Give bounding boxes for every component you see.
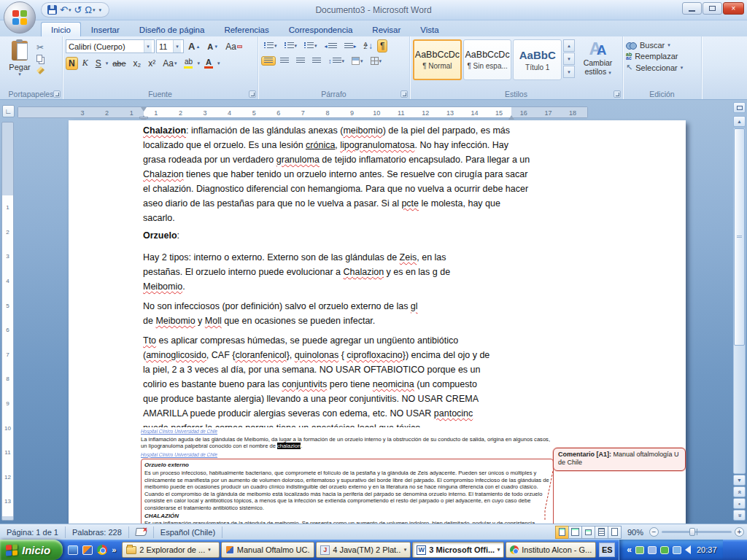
taskbar-button-manual-oftalmo[interactable]: Manual Oftalmo UC... — [221, 542, 314, 558]
style-titulo-1[interactable]: AaBbC Título 1 — [513, 39, 562, 80]
display-icon[interactable] — [648, 546, 657, 554]
taskbar-button-word[interactable]: W 3 Microsoft Offi... ▾ — [412, 542, 504, 558]
show-desktop-icon[interactable] — [68, 545, 78, 555]
align-right-button[interactable] — [293, 56, 308, 66]
underline-button[interactable]: S — [93, 57, 104, 70]
find-button[interactable]: Buscar▾ — [626, 41, 698, 50]
subscript-button[interactable]: x₂ — [131, 57, 144, 70]
taskbar-button-explorer[interactable]: 2 Explorador de ... ▾ — [122, 542, 220, 558]
taskbar-button-java[interactable]: J 4 Java(TM) 2 Plat... ▾ — [316, 542, 411, 558]
comment-balloon[interactable]: Comentario [A1]: Manual oftalmología U d… — [553, 448, 686, 471]
font-size-combo[interactable]: 11 ▾ — [156, 39, 184, 53]
ruler-toggle-button[interactable] — [733, 102, 746, 113]
align-left-button[interactable] — [261, 56, 276, 66]
format-painter-button[interactable] — [36, 66, 44, 74]
show-paragraph-marks-button[interactable]: ¶ — [377, 39, 387, 52]
font-color-button[interactable]: A — [201, 57, 216, 70]
document-text[interactable]: Chalazion: inflamación de las glándulas … — [143, 123, 531, 435]
scrollbar-thumb[interactable] — [734, 128, 745, 346]
font-color-dropdown-icon[interactable]: ▾ — [217, 61, 220, 66]
clipboard-dialog-launcher[interactable] — [53, 90, 61, 98]
page-count-status[interactable]: Página: 1 de 1 — [0, 526, 66, 538]
numbering-button[interactable]: ▾ — [282, 41, 301, 51]
vertical-scrollbar[interactable]: ▲ ▼ « ● « — [733, 102, 746, 521]
select-browse-object-button[interactable]: ● — [733, 498, 746, 509]
tab-correspondencia[interactable]: Correspondencia — [279, 23, 363, 36]
strikethrough-button[interactable]: abe — [109, 58, 128, 69]
tab-referencias[interactable]: Referencias — [214, 23, 278, 36]
clear-formatting-button[interactable]: Aa — [222, 40, 245, 53]
font-size-dropdown-icon[interactable]: ▾ — [173, 40, 181, 52]
styles-more-button[interactable]: ▼ — [563, 66, 575, 78]
snippet-source-link-2[interactable]: Hospital Clínico Universidad de Chile — [141, 451, 554, 459]
styles-scroll-up-button[interactable]: ▲ — [563, 39, 575, 52]
horizontal-ruler[interactable]: 321 123456789101112131415 161718 — [18, 106, 588, 118]
decrease-indent-button[interactable]: ◂ — [322, 42, 340, 51]
highlight-button[interactable]: ab — [181, 57, 196, 70]
styles-scroll-down-button[interactable]: ▼ — [563, 52, 575, 65]
tab-diseno-de-pagina[interactable]: Diseño de página — [130, 23, 214, 36]
italic-button[interactable]: K — [80, 56, 91, 70]
change-styles-button[interactable]: AA Cambiar estilos ▾ — [576, 39, 619, 77]
taskbar-button-chrome[interactable]: Instituto Alcon - G... — [506, 542, 596, 558]
language-status[interactable]: Español (Chile) — [154, 526, 222, 538]
power-icon[interactable] — [660, 546, 669, 554]
minimize-button[interactable] — [682, 2, 702, 15]
left-indent-marker[interactable] — [139, 117, 148, 119]
increase-indent-button[interactable]: ▸ — [341, 42, 360, 51]
language-bar[interactable]: ES — [599, 542, 615, 557]
word-count-status[interactable]: Palabras: 228 — [66, 526, 129, 538]
outline-view-button[interactable] — [595, 526, 608, 539]
change-case-button[interactable]: Aa▾ — [160, 57, 179, 70]
multilevel-list-button[interactable]: ▾ — [301, 41, 320, 51]
document-page[interactable]: Chalazion: inflamación de las glándulas … — [69, 120, 686, 524]
volume-icon[interactable] — [685, 545, 691, 554]
vertical-ruler[interactable]: 12345678910111213 — [1, 122, 14, 521]
grow-font-button[interactable]: A▲ — [185, 39, 203, 53]
paste-dropdown-icon[interactable]: ▾ — [18, 71, 21, 77]
zoom-level[interactable]: 90% — [627, 528, 643, 537]
fullscreen-reading-view-button[interactable] — [568, 526, 582, 539]
web-layout-view-button[interactable] — [581, 526, 595, 539]
cut-button[interactable]: ✂ — [36, 42, 45, 52]
style-sin-espaciado[interactable]: AaBbCcDc ¶ Sin espa... — [463, 39, 512, 80]
zoom-in-button[interactable]: + — [735, 527, 744, 537]
previous-page-button[interactable]: « — [733, 486, 746, 497]
select-button[interactable]: ↖ Seleccionar▾ — [626, 63, 698, 72]
right-indent-marker[interactable] — [508, 112, 514, 120]
quick-launch-chevron-icon[interactable]: » — [112, 545, 116, 554]
zoom-slider-thumb[interactable] — [689, 528, 695, 536]
hidden-icons-chevron[interactable]: « — [627, 545, 632, 555]
lan-icon[interactable] — [635, 546, 644, 554]
highlight-dropdown-icon[interactable]: ▾ — [197, 61, 200, 66]
line-spacing-button[interactable]: ↕▾ — [325, 56, 347, 66]
chrome-icon[interactable] — [97, 545, 107, 555]
scroll-down-button[interactable]: ▼ — [733, 475, 746, 486]
scrollbar-track[interactable] — [733, 128, 746, 474]
quick-launch-app-icon[interactable] — [82, 545, 93, 555]
zoom-out-button[interactable]: − — [649, 527, 659, 537]
bullets-button[interactable]: ▾ — [261, 41, 280, 51]
restore-button[interactable] — [703, 2, 722, 15]
spellcheck-status[interactable] — [129, 526, 154, 538]
styles-dialog-launcher[interactable] — [614, 90, 621, 98]
tab-insertar[interactable]: Insertar — [82, 23, 129, 36]
superscript-button[interactable]: x² — [145, 57, 158, 70]
snippet-source-link[interactable]: Hospital Clínico Universidad de Chile — [141, 428, 554, 435]
close-button[interactable]: × — [723, 2, 744, 15]
copy-button[interactable] — [36, 55, 42, 62]
style-normal[interactable]: AaBbCcDc ¶ Normal — [413, 39, 462, 80]
justify-button[interactable] — [309, 56, 324, 66]
tab-vista[interactable]: Vista — [411, 23, 448, 36]
bold-button[interactable]: N — [66, 57, 78, 70]
paste-button[interactable]: Pegar ▾ — [3, 39, 36, 88]
borders-button[interactable]: ▾ — [368, 55, 385, 66]
font-family-combo[interactable]: Calibri (Cuerpo) ▾ — [66, 39, 155, 53]
tab-stop-selector[interactable]: ∟ — [2, 105, 15, 117]
next-page-button[interactable]: « — [733, 510, 746, 521]
paragraph-dialog-launcher[interactable] — [400, 90, 408, 98]
shading-button[interactable]: ▾ — [349, 55, 366, 66]
draft-view-button[interactable] — [608, 526, 622, 539]
scroll-up-button[interactable]: ▲ — [733, 116, 746, 127]
tab-inicio[interactable]: Inicio — [41, 22, 81, 36]
